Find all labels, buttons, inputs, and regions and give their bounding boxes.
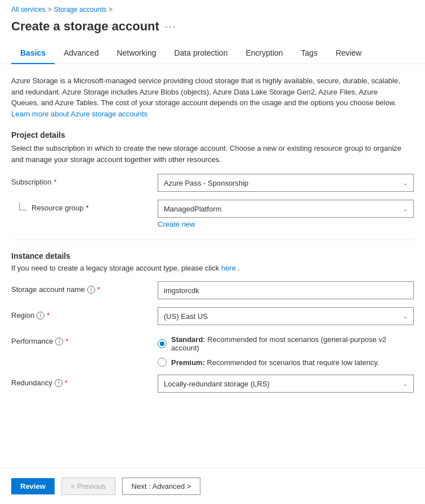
region-info-icon[interactable]: i xyxy=(37,312,44,320)
breadcrumb-sep2: > xyxy=(109,6,113,14)
redundancy-control: Locally-redundant storage (LRS) ⌄ xyxy=(158,375,414,393)
performance-standard-option[interactable]: Standard: Recommended for most scenarios… xyxy=(158,335,414,352)
performance-standard-radio[interactable] xyxy=(158,339,167,348)
storage-name-row: Storage account name i * xyxy=(11,281,414,299)
learn-more-link[interactable]: Learn more about Azure storage accounts xyxy=(11,110,147,118)
tab-data-protection[interactable]: Data protection xyxy=(165,43,236,64)
page-title: Create a storage account xyxy=(11,19,159,34)
instance-note: If you need to create a legacy storage a… xyxy=(11,264,414,272)
redundancy-value: Locally-redundant storage (LRS) xyxy=(164,380,270,388)
chevron-down-icon: ⌄ xyxy=(403,381,408,387)
performance-radio-group: Standard: Recommended for most scenarios… xyxy=(158,333,414,367)
ellipsis-menu-button[interactable]: ··· xyxy=(165,21,177,33)
performance-premium-label: Premium: Recommended for scenarios that … xyxy=(171,358,379,367)
chevron-down-icon: ⌄ xyxy=(403,313,408,320)
performance-premium-radio[interactable] xyxy=(158,358,167,367)
redundancy-required: * xyxy=(65,379,68,387)
storage-name-label: Storage account name i * xyxy=(11,281,158,294)
tab-review[interactable]: Review xyxy=(326,43,370,64)
performance-premium-option[interactable]: Premium: Recommended for scenarios that … xyxy=(158,358,414,367)
subscription-label: Subscription * xyxy=(11,174,158,186)
region-control: (US) East US ⌄ xyxy=(158,307,414,325)
region-dropdown[interactable]: (US) East US ⌄ xyxy=(158,307,414,325)
project-details-desc: Select the subscription in which to crea… xyxy=(11,143,405,165)
region-required: * xyxy=(47,311,50,320)
subscription-row: Subscription * Azure Pass - Sponsorship … xyxy=(11,174,414,192)
performance-required: * xyxy=(65,337,68,345)
resource-group-required: * xyxy=(86,204,89,212)
tab-tags[interactable]: Tags xyxy=(292,43,327,64)
breadcrumb: All services > Storage accounts > xyxy=(0,0,425,17)
tab-basics[interactable]: Basics xyxy=(11,43,55,64)
performance-label: Performance i * xyxy=(11,333,158,345)
storage-name-required: * xyxy=(97,285,100,294)
indent-line xyxy=(19,202,27,210)
resource-group-row: Resource group * ManagedPlatform ⌄ Creat… xyxy=(11,200,414,228)
section-divider xyxy=(11,240,414,240)
tab-bar: Basics Advanced Networking Data protecti… xyxy=(0,43,425,64)
region-value: (US) East US xyxy=(164,312,208,321)
create-new-link[interactable]: Create new xyxy=(158,220,195,228)
redundancy-row: Redundancy i * Locally-redundant storage… xyxy=(11,375,414,393)
description-text: Azure Storage is a Microsoft-managed ser… xyxy=(11,75,405,119)
instance-details-title: Instance details xyxy=(11,251,414,260)
region-row: Region i * (US) East US ⌄ xyxy=(11,307,414,325)
region-label: Region i * xyxy=(11,307,158,320)
breadcrumb-sep1: > xyxy=(48,6,52,14)
resource-group-control: ManagedPlatform ⌄ Create new xyxy=(158,200,414,228)
subscription-control: Azure Pass - Sponsorship ⌄ xyxy=(158,174,414,192)
subscription-dropdown[interactable]: Azure Pass - Sponsorship ⌄ xyxy=(158,174,414,192)
breadcrumb-all-services[interactable]: All services xyxy=(11,6,46,14)
resource-group-label-area: Resource group * xyxy=(11,200,158,212)
page-title-row: Create a storage account ··· xyxy=(0,17,425,43)
redundancy-info-icon[interactable]: i xyxy=(55,379,62,387)
project-details-title: Project details xyxy=(11,130,414,140)
storage-name-control xyxy=(158,281,414,299)
footer-bar: Review < Previous Next : Advanced > xyxy=(0,468,425,504)
subscription-value: Azure Pass - Sponsorship xyxy=(164,179,248,187)
tab-advanced[interactable]: Advanced xyxy=(55,43,108,64)
tab-networking[interactable]: Networking xyxy=(108,43,165,64)
resource-group-value: ManagedPlatform xyxy=(164,205,222,213)
performance-control: Standard: Recommended for most scenarios… xyxy=(158,333,414,367)
storage-name-input[interactable] xyxy=(158,281,414,299)
tab-encryption[interactable]: Encryption xyxy=(236,43,292,64)
previous-button[interactable]: < Previous xyxy=(61,478,115,495)
subscription-required: * xyxy=(54,178,57,186)
review-button[interactable]: Review xyxy=(11,478,55,494)
next-button[interactable]: Next : Advanced > xyxy=(122,478,201,495)
storage-name-info-icon[interactable]: i xyxy=(87,286,95,294)
breadcrumb-storage-accounts[interactable]: Storage accounts xyxy=(54,6,106,14)
chevron-down-icon: ⌄ xyxy=(403,180,408,186)
performance-row: Performance i * Standard: Recommended fo… xyxy=(11,333,414,367)
redundancy-dropdown[interactable]: Locally-redundant storage (LRS) ⌄ xyxy=(158,375,414,393)
instance-note-link[interactable]: here xyxy=(221,264,236,272)
chevron-down-icon: ⌄ xyxy=(403,206,408,212)
performance-info-icon[interactable]: i xyxy=(55,338,63,345)
resource-group-dropdown[interactable]: ManagedPlatform ⌄ xyxy=(158,200,414,218)
redundancy-label: Redundancy i * xyxy=(11,375,158,387)
performance-standard-label: Standard: Recommended for most scenarios… xyxy=(171,335,414,352)
